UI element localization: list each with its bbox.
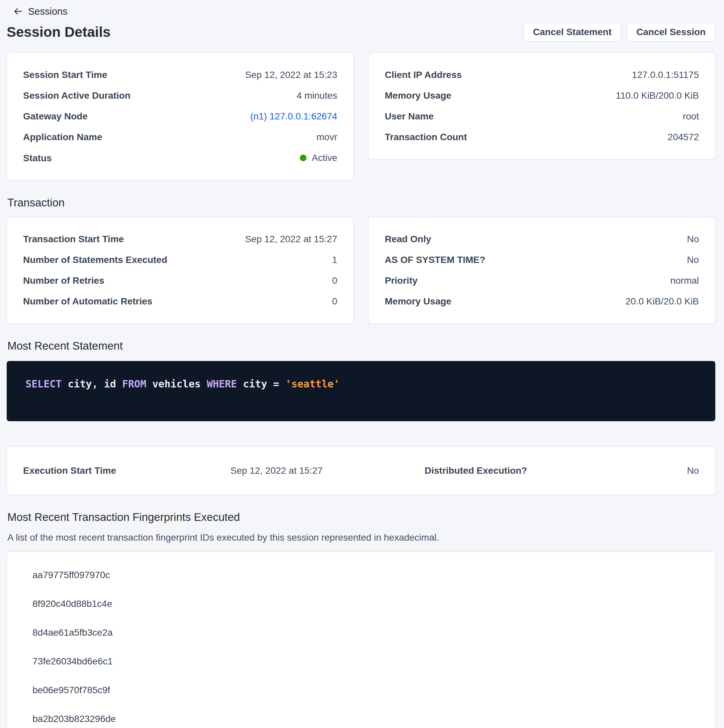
row-value: Sep 12, 2022 at 15:23 bbox=[245, 69, 337, 81]
sql-keyword: SELECT bbox=[25, 378, 61, 390]
row-value: normal bbox=[670, 275, 699, 286]
back-link-label: Sessions bbox=[28, 6, 67, 17]
page-title: Session Details bbox=[7, 24, 110, 40]
transaction-section-heading: Transaction bbox=[7, 196, 715, 209]
row-label: Gateway Node bbox=[23, 111, 88, 122]
row-value: movr bbox=[317, 132, 337, 143]
fingerprint-item: be06e9570f785c9f bbox=[32, 685, 699, 696]
fingerprints-card: aa79775ff097970c 8f920c40d88b1c4e 8d4ae6… bbox=[7, 552, 715, 728]
read-only-row: Read Only No bbox=[385, 234, 699, 245]
session-active-duration-row: Session Active Duration 4 minutes bbox=[23, 90, 337, 101]
session-start-time-row: Session Start Time Sep 12, 2022 at 15:23 bbox=[23, 69, 337, 81]
gateway-node-link[interactable]: (n1) 127.0.0.1:62674 bbox=[250, 111, 337, 122]
row-value: 204572 bbox=[668, 132, 699, 143]
transaction-card-right: Read Only No AS OF SYSTEM TIME? No Prior… bbox=[368, 217, 715, 324]
sql-keyword: WHERE bbox=[207, 378, 237, 390]
cancel-session-button[interactable]: Cancel Session bbox=[627, 23, 715, 41]
sql-identifier: city, id bbox=[67, 378, 116, 390]
fingerprint-item: 73fe26034bd6e6c1 bbox=[32, 656, 699, 667]
memory-usage-row: Memory Usage 110.0 KiB/200.0 KiB bbox=[385, 90, 699, 101]
row-label: Session Active Duration bbox=[23, 90, 130, 101]
execution-start-time-value: Sep 12, 2022 at 15:27 bbox=[192, 465, 361, 476]
session-summary-card-right: Client IP Address 127.0.0.1:51175 Memory… bbox=[368, 53, 715, 159]
application-name-row: Application Name movr bbox=[23, 132, 337, 143]
row-label: Application Name bbox=[23, 132, 102, 143]
row-value: 110.0 KiB/200.0 KiB bbox=[615, 90, 699, 101]
back-arrow-icon bbox=[13, 6, 23, 17]
user-name-row: User Name root bbox=[385, 111, 699, 122]
statement-section-heading: Most Recent Statement bbox=[7, 340, 715, 352]
transaction-card-left: Transaction Start Time Sep 12, 2022 at 1… bbox=[7, 217, 354, 324]
fingerprint-item: ba2b203b823296de bbox=[32, 713, 699, 725]
back-to-sessions-link[interactable]: Sessions bbox=[7, 5, 67, 18]
page-header: Session Details Cancel Statement Cancel … bbox=[7, 23, 715, 41]
status-active-dot-icon bbox=[300, 154, 306, 161]
row-label: Read Only bbox=[385, 234, 431, 245]
row-value: 0 bbox=[332, 275, 337, 286]
execution-card: Execution Start Time Sep 12, 2022 at 15:… bbox=[7, 447, 715, 495]
header-actions: Cancel Statement Cancel Session bbox=[523, 23, 715, 41]
transaction-count-row: Transaction Count 204572 bbox=[385, 132, 699, 143]
execution-start-time-label: Execution Start Time bbox=[23, 465, 192, 476]
row-label: Number of Retries bbox=[23, 275, 104, 286]
row-label: Number of Statements Executed bbox=[23, 254, 167, 266]
row-value: root bbox=[683, 111, 699, 122]
row-label: Memory Usage bbox=[385, 296, 452, 307]
statements-executed-row: Number of Statements Executed 1 bbox=[23, 254, 337, 266]
status-row: Status Active bbox=[23, 152, 337, 164]
status-value: Active bbox=[312, 152, 337, 164]
txn-memory-usage-row: Memory Usage 20.0 KiB/20.0 KiB bbox=[385, 296, 699, 307]
row-label: Session Start Time bbox=[23, 69, 107, 81]
row-value: 4 minutes bbox=[297, 90, 337, 101]
distributed-execution-value: No bbox=[687, 465, 699, 476]
as-of-system-time-row: AS OF SYSTEM TIME? No bbox=[385, 254, 699, 266]
row-value: Sep 12, 2022 at 15:27 bbox=[245, 234, 337, 245]
cancel-statement-button[interactable]: Cancel Statement bbox=[523, 23, 621, 41]
row-value: 1 bbox=[332, 254, 337, 266]
row-value: 127.0.0.1:51175 bbox=[632, 69, 699, 81]
row-label: Number of Automatic Retries bbox=[23, 296, 152, 307]
distributed-execution-label: Distributed Execution? bbox=[361, 465, 687, 476]
fingerprints-description: A list of the most recent transaction fi… bbox=[7, 532, 715, 543]
row-value: 0 bbox=[332, 296, 337, 307]
fingerprints-section-heading: Most Recent Transaction Fingerprints Exe… bbox=[7, 511, 715, 524]
client-ip-row: Client IP Address 127.0.0.1:51175 bbox=[385, 69, 699, 81]
gateway-node-row: Gateway Node (n1) 127.0.0.1:62674 bbox=[23, 111, 337, 122]
row-label: AS OF SYSTEM TIME? bbox=[385, 254, 485, 266]
fingerprint-item: 8d4ae61a5fb3ce2a bbox=[32, 627, 699, 638]
transaction-start-time-row: Transaction Start Time Sep 12, 2022 at 1… bbox=[23, 234, 337, 245]
sql-identifier: vehicles bbox=[152, 378, 201, 390]
sql-keyword: FROM bbox=[122, 378, 146, 390]
row-label: Memory Usage bbox=[385, 90, 452, 101]
row-label: Status bbox=[23, 153, 52, 164]
sql-string-literal: 'seattle' bbox=[285, 378, 340, 390]
sql-identifier: city bbox=[243, 378, 267, 390]
session-summary-section: Session Start Time Sep 12, 2022 at 15:23… bbox=[7, 53, 715, 180]
status-badge: Active bbox=[300, 152, 337, 164]
retries-row: Number of Retries 0 bbox=[23, 275, 337, 286]
fingerprint-item: aa79775ff097970c bbox=[32, 569, 699, 581]
row-value: No bbox=[687, 254, 699, 266]
row-label: Transaction Start Time bbox=[23, 234, 124, 245]
fingerprint-item: 8f920c40d88b1c4e bbox=[32, 598, 699, 610]
sql-statement-box: SELECT city, id FROM vehicles WHERE city… bbox=[7, 361, 715, 421]
sql-operator: = bbox=[273, 378, 279, 390]
row-label: Transaction Count bbox=[385, 132, 467, 143]
row-label: Priority bbox=[385, 275, 418, 286]
session-summary-card-left: Session Start Time Sep 12, 2022 at 15:23… bbox=[7, 53, 354, 180]
row-value: 20.0 KiB/20.0 KiB bbox=[626, 296, 699, 307]
transaction-section: Transaction Start Time Sep 12, 2022 at 1… bbox=[7, 217, 715, 324]
row-label: User Name bbox=[385, 111, 433, 122]
session-details-page: Sessions Session Details Cancel Statemen… bbox=[0, 0, 724, 728]
row-value: No bbox=[687, 234, 699, 245]
automatic-retries-row: Number of Automatic Retries 0 bbox=[23, 296, 337, 307]
priority-row: Priority normal bbox=[385, 275, 699, 286]
row-label: Client IP Address bbox=[385, 69, 462, 81]
